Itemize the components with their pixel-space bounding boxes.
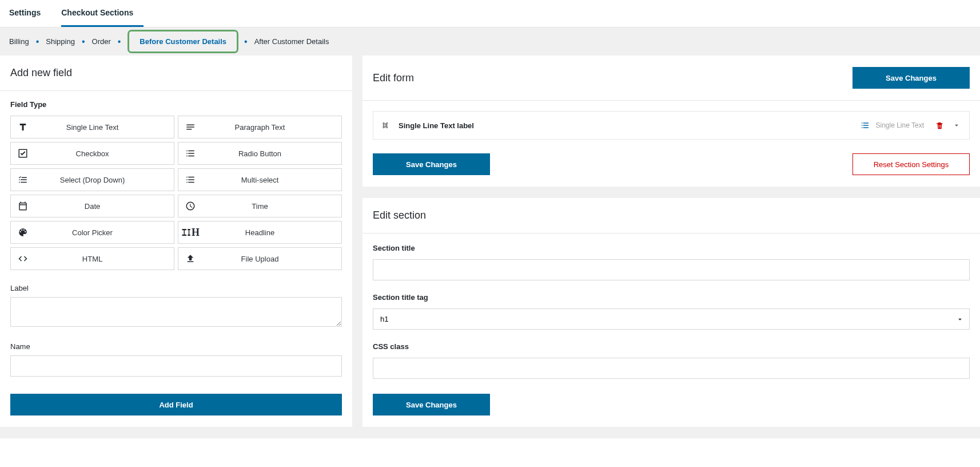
type-label: Headline bbox=[202, 228, 341, 237]
upload-icon bbox=[178, 254, 202, 264]
sub-tab-before-customer-details[interactable]: Before Customer Details bbox=[128, 30, 238, 53]
paragraph-icon bbox=[178, 122, 202, 132]
drag-handle-icon[interactable] bbox=[381, 121, 389, 130]
delete-icon[interactable] bbox=[935, 121, 944, 130]
field-type-list-icon bbox=[861, 121, 870, 130]
separator-icon: • bbox=[118, 37, 121, 46]
type-paragraph-text[interactable]: Paragraph Text bbox=[178, 116, 342, 138]
sub-tab-billing[interactable]: Billing bbox=[9, 37, 29, 46]
palette-icon bbox=[11, 227, 35, 238]
field-row-label: Single Line Text label bbox=[399, 121, 861, 130]
save-changes-button-section[interactable]: Save Changes bbox=[373, 394, 490, 415]
type-multiselect[interactable]: Multi-select bbox=[178, 168, 342, 191]
select-icon bbox=[11, 175, 35, 185]
edit-form-title: Edit form bbox=[373, 72, 414, 84]
text-icon bbox=[11, 122, 35, 132]
type-label: Paragraph Text bbox=[202, 123, 341, 132]
label-field-label: Label bbox=[10, 284, 342, 292]
type-label: Single Line Text bbox=[35, 123, 174, 132]
field-row-type: Single Line Text bbox=[875, 121, 924, 129]
add-new-field-title: Add new field bbox=[0, 56, 352, 91]
type-color-picker[interactable]: Color Picker bbox=[10, 221, 174, 244]
sub-tab-after-customer-details[interactable]: After Customer Details bbox=[254, 37, 329, 46]
name-input[interactable] bbox=[10, 355, 342, 377]
multiselect-icon bbox=[178, 175, 202, 185]
right-column: Edit form Save Changes Single Line Text … bbox=[362, 56, 980, 427]
type-label: File Upload bbox=[202, 255, 341, 263]
type-radio-button[interactable]: Radio Button bbox=[178, 142, 342, 165]
field-row: Single Line Text label Single Line Text bbox=[373, 111, 970, 140]
top-tabs: Settings Checkout Sections bbox=[0, 0, 980, 27]
tab-settings[interactable]: Settings bbox=[9, 0, 51, 27]
type-date[interactable]: Date bbox=[10, 195, 174, 217]
type-select[interactable]: Select (Drop Down) bbox=[10, 168, 174, 191]
name-field-label: Name bbox=[10, 342, 342, 351]
expand-icon[interactable] bbox=[952, 121, 961, 129]
add-new-field-panel: Add new field Field Type Single Line Tex… bbox=[0, 56, 352, 427]
sub-tabs: Billing • Shipping • Order • Before Cust… bbox=[0, 27, 980, 56]
type-label: Time bbox=[202, 202, 341, 211]
type-label: Color Picker bbox=[35, 228, 174, 237]
type-label: Date bbox=[35, 202, 174, 211]
edit-section-title: Edit section bbox=[362, 198, 980, 234]
type-label: Select (Drop Down) bbox=[35, 176, 174, 184]
checkbox-icon bbox=[11, 148, 35, 159]
save-changes-button-top[interactable]: Save Changes bbox=[852, 67, 970, 89]
css-class-label: CSS class bbox=[373, 342, 970, 351]
reset-section-settings-button[interactable]: Reset Section Settings bbox=[852, 153, 970, 175]
save-changes-button-bottom[interactable]: Save Changes bbox=[373, 153, 490, 175]
type-checkbox[interactable]: Checkbox bbox=[10, 142, 174, 165]
edit-form-panel: Edit form Save Changes Single Line Text … bbox=[362, 56, 980, 187]
clock-icon bbox=[178, 201, 202, 211]
type-html[interactable]: HTML bbox=[10, 247, 174, 270]
type-time[interactable]: Time bbox=[178, 195, 342, 217]
sub-tab-shipping[interactable]: Shipping bbox=[46, 37, 75, 46]
section-title-input[interactable] bbox=[373, 259, 970, 280]
edit-form-header: Edit form Save Changes bbox=[362, 56, 980, 101]
section-title-tag-label: Section title tag bbox=[373, 293, 970, 302]
type-label: HTML bbox=[35, 255, 174, 263]
label-input[interactable] bbox=[10, 297, 342, 327]
type-label: Radio Button bbox=[202, 149, 341, 158]
separator-icon: • bbox=[36, 37, 39, 46]
css-class-input[interactable] bbox=[373, 358, 970, 379]
type-file-upload[interactable]: File Upload bbox=[178, 247, 342, 270]
field-type-grid: Single Line Text Paragraph Text Checkbox bbox=[10, 116, 342, 270]
section-title-tag-select[interactable]: h1 bbox=[373, 308, 970, 330]
section-title-label: Section title bbox=[373, 244, 970, 252]
type-headline[interactable]: H Headline bbox=[178, 221, 342, 244]
headline-icon: H bbox=[178, 227, 202, 239]
radio-icon bbox=[178, 148, 202, 159]
type-label: Multi-select bbox=[202, 176, 341, 184]
sub-tab-order[interactable]: Order bbox=[92, 37, 111, 46]
separator-icon: • bbox=[82, 37, 85, 46]
tab-checkout-sections[interactable]: Checkout Sections bbox=[61, 0, 144, 27]
edit-section-panel: Edit section Section title Section title… bbox=[362, 198, 980, 427]
calendar-icon bbox=[11, 201, 35, 211]
type-label: Checkbox bbox=[35, 149, 174, 158]
add-field-button[interactable]: Add Field bbox=[10, 394, 342, 415]
code-icon bbox=[11, 254, 35, 264]
type-single-line-text[interactable]: Single Line Text bbox=[10, 116, 174, 138]
separator-icon: • bbox=[244, 37, 248, 46]
field-type-label: Field Type bbox=[10, 100, 342, 109]
